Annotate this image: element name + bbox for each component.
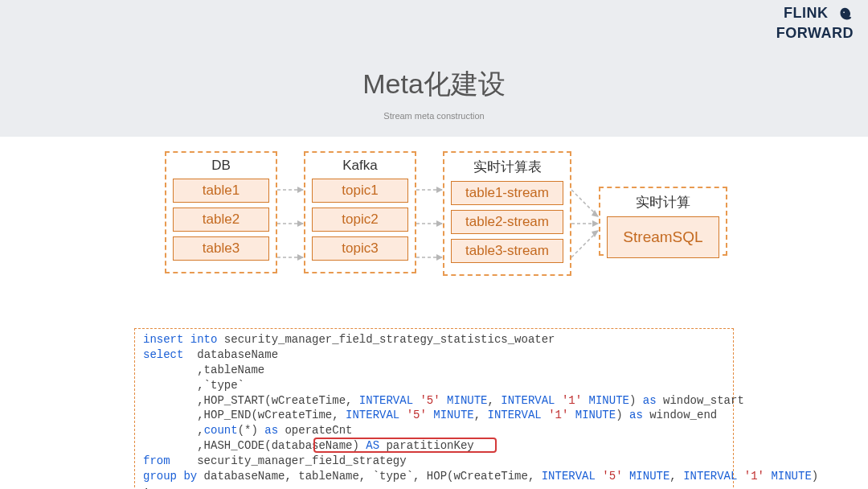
group-label: DB xyxy=(173,158,269,174)
squirrel-icon xyxy=(836,6,854,27)
node-table2-stream: table2-stream xyxy=(451,210,563,234)
sql-code-block: insert into security_manager_field_strat… xyxy=(134,328,734,489)
group-kafka: Kafka topic1 topic2 topic3 xyxy=(304,151,416,273)
group-stream-compute: 实时计算 StreamSQL xyxy=(599,187,727,256)
node-table3: table3 xyxy=(173,236,269,261)
svg-marker-11 xyxy=(436,254,443,261)
group-label: Kafka xyxy=(312,158,408,174)
svg-marker-7 xyxy=(436,187,443,193)
node-streamsql: StreamSQL xyxy=(607,216,719,258)
svg-marker-1 xyxy=(297,187,304,193)
group-stream-tables: 实时计算表 table1-stream table2-stream table3… xyxy=(443,151,571,276)
logo-line1: FLINK xyxy=(784,5,829,21)
slide-header: FLINK FORWARD Meta化建设 Stream meta constr… xyxy=(0,0,868,137)
architecture-diagram: DB table1 table2 table3 Kafka topic1 top… xyxy=(0,151,868,320)
node-topic1: topic1 xyxy=(312,179,408,203)
logo: FLINK FORWARD xyxy=(776,6,854,41)
svg-marker-15 xyxy=(592,220,599,227)
svg-line-16 xyxy=(571,230,599,257)
slide-title: Meta化建设 xyxy=(0,66,868,103)
node-table2: table2 xyxy=(173,208,269,232)
svg-marker-13 xyxy=(592,210,599,217)
svg-marker-5 xyxy=(297,254,304,261)
node-table1: table1 xyxy=(173,179,269,203)
node-table1-stream: table1-stream xyxy=(451,181,563,205)
svg-marker-17 xyxy=(592,230,599,237)
group-db: DB table1 table2 table3 xyxy=(165,151,277,273)
svg-line-12 xyxy=(571,190,599,217)
svg-marker-9 xyxy=(436,220,443,227)
group-label: 实时计算表 xyxy=(451,158,563,176)
node-topic3: topic3 xyxy=(312,236,408,261)
svg-marker-3 xyxy=(297,220,304,227)
logo-line2: FORWARD xyxy=(776,25,854,41)
group-label: 实时计算 xyxy=(607,193,719,212)
node-table3-stream: table3-stream xyxy=(451,239,563,263)
node-topic2: topic2 xyxy=(312,208,408,232)
slide-subtitle: Stream meta construction xyxy=(0,111,868,121)
arrows-layer xyxy=(0,151,868,320)
